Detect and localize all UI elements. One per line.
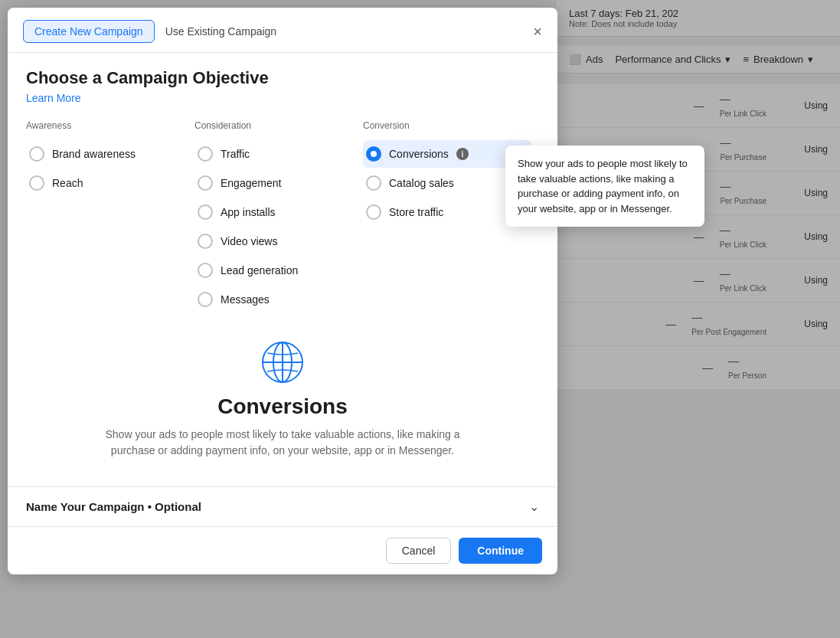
objective-traffic[interactable]: Traffic	[194, 140, 363, 168]
brand-awareness-label: Brand awareness	[52, 148, 136, 160]
modal-body: Choose a Campaign Objective Learn More A…	[8, 53, 557, 474]
messages-label: Messages	[221, 293, 270, 306]
name-campaign-section[interactable]: Name Your Campaign • Optional ⌄	[8, 486, 557, 526]
info-icon[interactable]: i	[456, 148, 469, 160]
radio-lead-generation[interactable]	[198, 263, 213, 278]
awareness-header: Awareness	[26, 120, 194, 131]
radio-app-installs[interactable]	[198, 204, 213, 220]
objectives-grid: Awareness Brand awareness Reach Consider…	[26, 120, 539, 313]
modal-footer: Cancel Continue	[8, 526, 557, 574]
catalog-sales-label: Catalog sales	[389, 177, 454, 189]
preview-description: Show your ads to people most likely to t…	[99, 427, 466, 459]
radio-brand-awareness[interactable]	[29, 146, 44, 162]
modal-title: Choose a Campaign Objective	[26, 68, 539, 88]
name-campaign-label: Name Your Campaign • Optional	[26, 500, 201, 513]
awareness-column: Awareness Brand awareness Reach	[26, 120, 194, 313]
chevron-down-icon: ⌄	[529, 499, 539, 514]
radio-video-views[interactable]	[198, 234, 213, 249]
app-installs-label: App installs	[221, 206, 276, 218]
radio-messages[interactable]	[198, 292, 213, 307]
objective-reach[interactable]: Reach	[26, 169, 194, 197]
objective-video-views[interactable]: Video views	[194, 227, 363, 255]
radio-traffic[interactable]	[198, 146, 213, 162]
conversions-item: Conversions i	[389, 148, 469, 160]
engagement-label: Engagement	[221, 177, 281, 189]
radio-catalog-sales[interactable]	[366, 175, 381, 191]
objective-app-installs[interactable]: App installs	[194, 198, 363, 226]
store-traffic-label: Store traffic	[389, 206, 443, 218]
close-button[interactable]: ×	[533, 24, 542, 39]
consideration-header: Consideration	[194, 120, 363, 131]
radio-conversions[interactable]	[366, 146, 381, 162]
learn-more-link[interactable]: Learn More	[26, 92, 81, 104]
modal-header: Create New Campaign Use Existing Campaig…	[8, 8, 557, 53]
consideration-items: Traffic Engagement App installs Video vi…	[194, 140, 363, 313]
create-new-campaign-tab[interactable]: Create New Campaign	[23, 20, 155, 43]
conversion-header: Conversion	[363, 120, 531, 131]
traffic-label: Traffic	[221, 148, 250, 160]
objective-engagement[interactable]: Engagement	[194, 169, 363, 197]
consideration-column: Consideration Traffic Engagement App ins…	[194, 120, 363, 313]
globe-icon	[260, 339, 306, 385]
radio-store-traffic[interactable]	[366, 204, 381, 220]
reach-label: Reach	[52, 177, 83, 189]
campaign-modal: Create New Campaign Use Existing Campaig…	[8, 8, 557, 574]
tooltip-text: Show your ads to people most likely to t…	[518, 158, 688, 214]
use-existing-campaign-tab[interactable]: Use Existing Campaign	[155, 21, 288, 42]
awareness-items: Brand awareness Reach	[26, 140, 194, 197]
lead-generation-label: Lead generation	[221, 264, 298, 276]
objective-messages[interactable]: Messages	[194, 286, 363, 313]
radio-reach[interactable]	[29, 175, 44, 191]
objective-brand-awareness[interactable]: Brand awareness	[26, 140, 194, 168]
conversions-label: Conversions	[389, 148, 449, 160]
cancel-button[interactable]: Cancel	[386, 538, 452, 564]
tooltip-popup: Show your ads to people most likely to t…	[505, 146, 704, 227]
continue-button[interactable]: Continue	[459, 538, 542, 564]
preview-title: Conversions	[26, 394, 539, 419]
radio-engagement[interactable]	[198, 175, 213, 191]
preview-section: Conversions Show your ads to people most…	[26, 332, 539, 474]
objective-lead-generation[interactable]: Lead generation	[194, 257, 363, 284]
video-views-label: Video views	[221, 235, 277, 247]
